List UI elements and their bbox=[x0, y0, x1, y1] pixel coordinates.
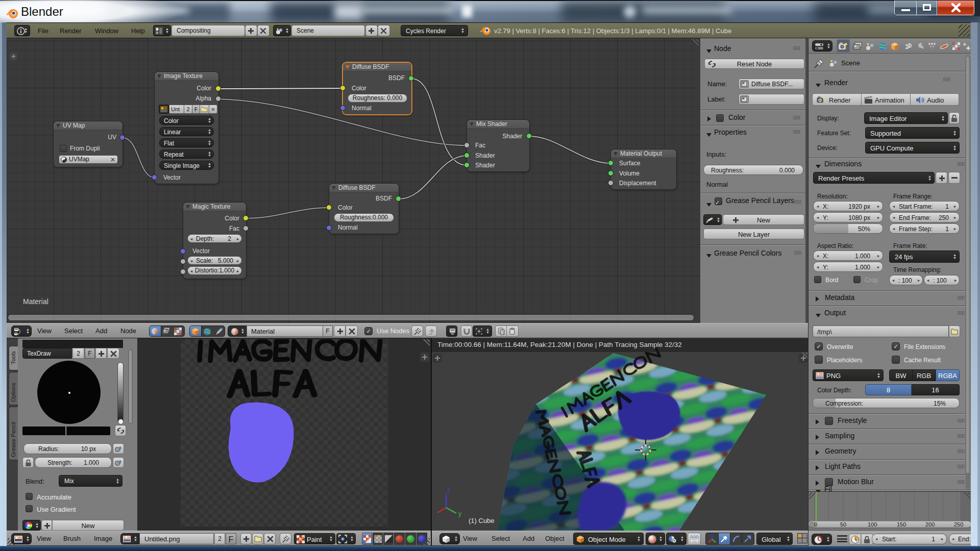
svg-text:y: y bbox=[458, 510, 461, 517]
svg-text:z: z bbox=[447, 487, 450, 494]
